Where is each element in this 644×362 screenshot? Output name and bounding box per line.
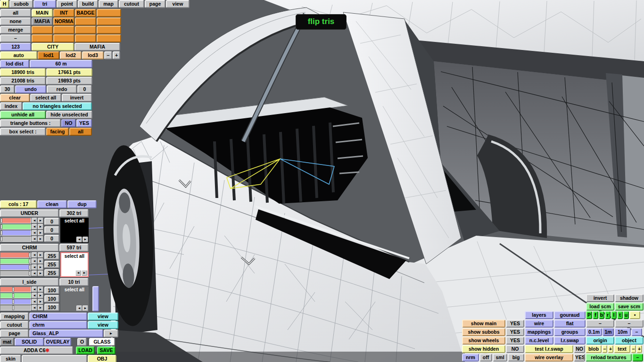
clear-button[interactable]: clear bbox=[0, 94, 30, 102]
subobject-slot[interactable] bbox=[97, 26, 121, 34]
shadow-button[interactable]: shadow bbox=[615, 294, 644, 302]
value-green[interactable]: 255 bbox=[44, 261, 59, 268]
blob-plus-button[interactable]: + bbox=[608, 345, 613, 353]
arrow-left-icon[interactable]: ◄ bbox=[32, 271, 37, 276]
subobject-slot[interactable] bbox=[97, 34, 121, 42]
view-preset-t[interactable]: t bbox=[617, 311, 623, 319]
arrow-right-icon[interactable]: ► bbox=[38, 236, 43, 242]
grid-10m-button[interactable]: 10m bbox=[614, 328, 631, 336]
mat-glass-field[interactable]: GLASS bbox=[89, 338, 115, 346]
material-name[interactable]: UNDER bbox=[0, 209, 59, 217]
show-hidden-state[interactable]: NO bbox=[506, 345, 524, 353]
nrm-sml-button[interactable]: sml bbox=[493, 354, 507, 362]
view-preset-l[interactable]: l bbox=[611, 311, 617, 319]
cols-count[interactable]: cols : 17 bbox=[0, 200, 37, 208]
arrow-right-icon[interactable]: ► bbox=[82, 270, 87, 276]
slider-green[interactable] bbox=[0, 258, 31, 264]
obj-button[interactable]: OBJ bbox=[88, 355, 116, 362]
menu-item-subob[interactable]: subob bbox=[9, 0, 33, 8]
cutout-value-field[interactable]: chrm bbox=[29, 321, 87, 329]
view-preset-r[interactable]: r bbox=[605, 311, 611, 319]
value-blue[interactable]: 100 bbox=[44, 304, 59, 311]
test-lr-swap-button[interactable]: test l.r.swap bbox=[525, 345, 573, 353]
arrow-left-icon[interactable]: ◄ bbox=[32, 258, 37, 264]
select-all-button[interactable]: all bbox=[0, 9, 31, 17]
grid-01m-button[interactable]: 0.1m bbox=[586, 328, 602, 336]
subobject-slot[interactable] bbox=[75, 26, 96, 34]
value-blue[interactable]: 255 bbox=[44, 269, 59, 277]
dup-button[interactable]: dup bbox=[67, 200, 97, 208]
subobject-slot[interactable] bbox=[97, 17, 121, 25]
arrow-left-icon[interactable]: ◄ bbox=[76, 305, 82, 311]
slider-red[interactable] bbox=[0, 252, 31, 258]
value-green[interactable]: 100 bbox=[44, 295, 59, 303]
menu-item-map[interactable]: map bbox=[99, 0, 118, 8]
reload-dash-button[interactable]: – bbox=[632, 354, 643, 362]
arrow-left-icon[interactable]: ◄ bbox=[32, 224, 37, 230]
arrow-right-icon[interactable]: ► bbox=[83, 237, 88, 242]
show-hidden-button[interactable]: show hidden bbox=[462, 345, 505, 353]
slider-red[interactable] bbox=[0, 287, 31, 292]
model-name-button[interactable]: ADDA C6✱ bbox=[0, 346, 73, 354]
hide-unselected-button[interactable]: hide unselected bbox=[46, 111, 92, 119]
arrow-right-icon[interactable]: ► bbox=[38, 287, 43, 292]
save-scm-button[interactable]: save scm bbox=[615, 303, 644, 311]
wire-overlay-button[interactable]: wire overlay bbox=[525, 354, 573, 362]
subobject-slot[interactable] bbox=[75, 17, 96, 25]
lod-dist-label[interactable]: lod dist bbox=[0, 60, 29, 68]
arrow-left-icon[interactable]: ◄ bbox=[75, 270, 81, 276]
slider-green[interactable] bbox=[0, 293, 31, 298]
menu-item-cutout[interactable]: cutout bbox=[119, 0, 144, 8]
groups-button[interactable]: groups bbox=[554, 328, 586, 336]
subobject-main[interactable]: MAIN bbox=[32, 9, 53, 17]
view-preset-f[interactable]: f bbox=[593, 311, 598, 319]
arrow-left-icon[interactable]: ◄ bbox=[32, 287, 37, 292]
menu-item-h[interactable]: H bbox=[0, 0, 9, 8]
object-button[interactable]: object bbox=[615, 337, 644, 345]
material-name[interactable]: l_side bbox=[0, 278, 59, 286]
arrow-left-icon[interactable]: ◄ bbox=[32, 236, 37, 242]
value-blue[interactable]: 0 bbox=[44, 235, 59, 242]
mapping-view-button[interactable]: view bbox=[88, 313, 118, 321]
nc-level-button[interactable]: n.c.level bbox=[525, 337, 553, 345]
wire-button[interactable]: wire bbox=[525, 320, 553, 328]
subobject-slot[interactable] bbox=[97, 9, 121, 17]
arrow-right-icon[interactable]: ► bbox=[38, 258, 43, 264]
reload-textures-button[interactable]: reload textures bbox=[586, 354, 632, 362]
show-main-button[interactable]: show main bbox=[462, 320, 505, 328]
invert-selection-button[interactable]: invert bbox=[62, 94, 92, 102]
menu-item-view[interactable]: view bbox=[166, 0, 190, 8]
lod-dist-value[interactable]: 60 m bbox=[30, 60, 92, 68]
swatch-select-all[interactable]: select all bbox=[65, 287, 84, 292]
text-button[interactable]: text bbox=[614, 345, 630, 353]
arrow-right-icon[interactable]: ► bbox=[83, 305, 88, 311]
profile-mafia[interactable]: MAFIA bbox=[74, 43, 120, 51]
box-select-all[interactable]: all bbox=[69, 128, 92, 136]
origin-button[interactable]: origin bbox=[586, 337, 614, 345]
arrow-right-icon[interactable]: ► bbox=[38, 224, 43, 230]
wire-overlay-state[interactable]: YES bbox=[574, 354, 585, 362]
test-lr-swap-state[interactable]: NO bbox=[574, 345, 585, 353]
nrm-off-button[interactable]: off bbox=[479, 354, 492, 362]
subobject-int[interactable]: INT bbox=[53, 9, 74, 17]
arrow-left-icon[interactable]: ◄ bbox=[32, 299, 37, 304]
triangle-buttons-no[interactable]: NO bbox=[61, 119, 76, 127]
subobject-slot[interactable] bbox=[53, 26, 74, 34]
slider-blue[interactable] bbox=[0, 264, 31, 270]
select-all-tris-button[interactable]: select all bbox=[30, 94, 61, 102]
view-preset-p[interactable]: P bbox=[586, 311, 592, 319]
material-scroll-handle[interactable] bbox=[92, 286, 99, 312]
blob-button[interactable]: blob bbox=[586, 345, 602, 353]
mat-overlay-button[interactable]: OVERLAY bbox=[44, 338, 71, 346]
lod-3[interactable]: lod3 bbox=[82, 51, 104, 59]
page-value-field[interactable]: Glass_ALP bbox=[29, 329, 103, 337]
menu-item-page[interactable]: page bbox=[145, 0, 165, 8]
value-red[interactable]: 100 bbox=[44, 287, 59, 294]
arrow-left-icon[interactable]: ◄ bbox=[32, 293, 37, 298]
arrow-right-icon[interactable]: ► bbox=[38, 264, 43, 270]
dash-slot-button[interactable]: – bbox=[586, 320, 614, 328]
arrow-right-icon[interactable]: ► bbox=[38, 293, 43, 298]
text-plus-button[interactable]: + bbox=[636, 345, 642, 353]
flat-button[interactable]: flat bbox=[554, 320, 586, 328]
color-swatch[interactable]: select all ◄ ► bbox=[60, 218, 89, 243]
